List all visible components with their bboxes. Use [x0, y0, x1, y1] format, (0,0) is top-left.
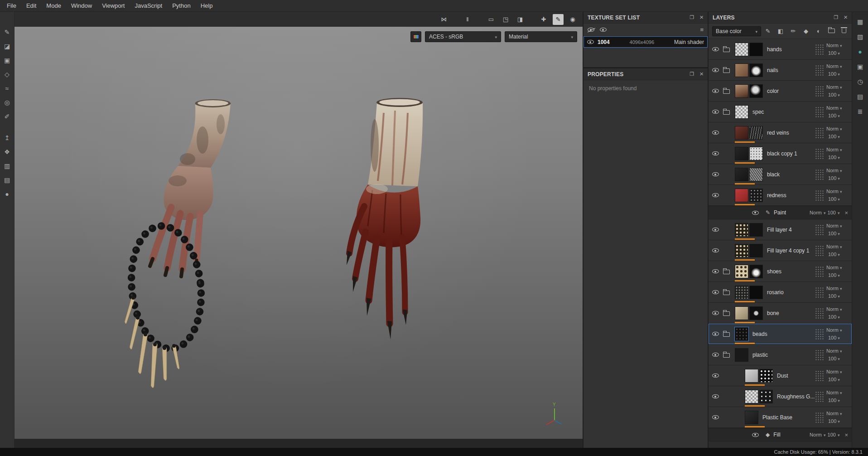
layer-thumbnail[interactable]: [749, 189, 763, 202]
blend-mode-select[interactable]: Norm: [826, 63, 839, 69]
layer-row-color[interactable]: colorNorm100: [709, 81, 852, 102]
layer-thumbnail[interactable]: [749, 43, 763, 56]
right-hand-model[interactable]: [347, 98, 423, 340]
layer-thumbnail[interactable]: [745, 411, 758, 424]
layer-thumbnail[interactable]: [735, 223, 748, 237]
layer-row-fill[interactable]: ◆FillNorm100: [709, 428, 852, 441]
shading-mode-select[interactable]: Material: [505, 31, 577, 42]
layer-thumbnail[interactable]: [745, 369, 758, 383]
visibility-toggle[interactable]: [712, 110, 723, 114]
add-paint-layer-icon[interactable]: ✎: [764, 27, 772, 35]
layer-thumbnail[interactable]: [749, 265, 763, 278]
post-effects-icon[interactable]: ✚: [538, 14, 549, 25]
blend-mode-select[interactable]: Norm: [826, 147, 839, 152]
opacity-select[interactable]: 100: [828, 252, 836, 257]
texture-set-list-panel-icon[interactable]: ▦: [855, 16, 866, 27]
visibility-toggle[interactable]: [712, 68, 723, 72]
layer-thumbnail[interactable]: [735, 286, 748, 299]
layer-thumbnail[interactable]: [735, 306, 748, 320]
blend-mode-select[interactable]: Norm: [826, 286, 839, 291]
blend-mode-select[interactable]: Norm: [826, 306, 839, 312]
layer-thumbnail[interactable]: [735, 265, 748, 278]
visibility-toggle[interactable]: [712, 131, 723, 135]
layer-row-roughness-g[interactable]: Roughness G...Norm100: [709, 386, 852, 407]
color-profile-icon[interactable]: [410, 31, 421, 42]
layer-thumbnail[interactable]: [745, 390, 758, 403]
show-all-eye-icon[interactable]: [600, 28, 607, 32]
layer-thumbnail[interactable]: [735, 348, 748, 362]
instances-icon[interactable]: ❖: [2, 147, 12, 157]
blend-mode-select[interactable]: Norm: [826, 105, 839, 111]
visibility-toggle[interactable]: [712, 47, 723, 51]
layer-thumbnail[interactable]: [735, 43, 748, 56]
visibility-toggle[interactable]: [712, 353, 723, 357]
visibility-toggle[interactable]: [712, 269, 723, 273]
layer-thumbnail[interactable]: [759, 390, 773, 403]
layer-thumbnail[interactable]: [749, 84, 763, 98]
layer-thumbnail[interactable]: [749, 147, 763, 160]
menu-viewport[interactable]: Viewport: [97, 0, 130, 11]
blend-mode-select[interactable]: Norm: [826, 84, 839, 90]
bone-pendants[interactable]: [125, 296, 179, 388]
blend-mode-select[interactable]: Norm: [810, 432, 822, 437]
filter-icon[interactable]: ≡: [700, 26, 704, 33]
opacity-select[interactable]: 100: [828, 335, 836, 340]
texture-set-row[interactable]: 1004 4096x4096 Main shader: [583, 36, 708, 48]
layer-thumbnail[interactable]: [749, 63, 763, 77]
paint-mode-icon[interactable]: ✎: [553, 14, 564, 25]
blend-mode-select[interactable]: Norm: [826, 223, 839, 228]
layer-thumbnail[interactable]: [735, 105, 748, 119]
visibility-toggle[interactable]: [712, 394, 723, 398]
folder-icon[interactable]: [723, 353, 730, 358]
delete-layer-icon[interactable]: [840, 27, 848, 35]
visibility-toggle[interactable]: [712, 311, 723, 315]
layer-row-red-veins[interactable]: red veinsNorm100: [709, 122, 852, 143]
opacity-select[interactable]: 100: [828, 272, 836, 278]
opacity-select[interactable]: 100: [828, 50, 836, 56]
blend-mode-select[interactable]: Norm: [826, 411, 839, 416]
layer-row-plastic-base[interactable]: Plastic BaseNorm100: [709, 407, 852, 428]
menu-help[interactable]: Help: [196, 0, 218, 11]
folder-icon[interactable]: [723, 48, 730, 52]
paint-tool-icon[interactable]: ✎: [2, 27, 12, 37]
layer-thumbnail[interactable]: [749, 286, 763, 299]
folder-icon[interactable]: [723, 68, 730, 73]
blend-mode-select[interactable]: Norm: [826, 189, 839, 194]
folder-icon[interactable]: [723, 291, 730, 295]
layer-thumbnail[interactable]: [735, 147, 748, 160]
visibility-toggle[interactable]: [712, 151, 723, 155]
layer-thumbnail[interactable]: [759, 369, 773, 383]
opacity-select[interactable]: 100: [828, 314, 836, 320]
blend-mode-select[interactable]: Norm: [826, 348, 839, 354]
layer-thumbnail[interactable]: [735, 327, 748, 341]
layer-row-black-copy-1[interactable]: black copy 1Norm100: [709, 143, 852, 164]
sphere-view-icon[interactable]: ●: [2, 189, 12, 199]
opacity-select[interactable]: 100: [828, 377, 836, 382]
visibility-toggle[interactable]: [712, 228, 723, 232]
layer-row-paint[interactable]: ✎PaintNorm100: [709, 206, 852, 219]
undock-icon[interactable]: [690, 71, 694, 77]
projection-tool-icon[interactable]: ▣: [2, 55, 12, 65]
menu-javascript[interactable]: JavaScript: [130, 0, 167, 11]
symmetry-icon[interactable]: ⋈: [439, 14, 449, 25]
opacity-select[interactable]: 100: [828, 175, 836, 181]
opacity-select[interactable]: 100: [828, 155, 836, 160]
close-icon[interactable]: [699, 15, 704, 20]
menu-edit[interactable]: Edit: [21, 0, 41, 11]
add-mask-icon[interactable]: ◐: [815, 27, 823, 35]
geometry-mask-icon[interactable]: ▥: [2, 161, 12, 171]
opacity-select[interactable]: 100: [828, 418, 836, 424]
visibility-toggle[interactable]: [712, 290, 723, 294]
opacity-select[interactable]: 100: [828, 113, 836, 118]
layer-thumbnail[interactable]: [735, 189, 748, 202]
properties-panel-icon[interactable]: ≣: [855, 106, 866, 117]
layer-thumbnail[interactable]: [735, 63, 748, 77]
opacity-select[interactable]: 100: [828, 293, 836, 299]
history-panel-icon[interactable]: ◷: [855, 76, 866, 87]
visibility-toggle[interactable]: [712, 172, 723, 176]
blend-mode-select[interactable]: Norm: [826, 390, 839, 395]
visibility-toggle[interactable]: [712, 415, 723, 419]
view-2d-icon[interactable]: ▭: [486, 14, 497, 25]
layer-row-spec[interactable]: specNorm100: [709, 102, 852, 122]
clone-tool-icon[interactable]: ◎: [2, 97, 12, 107]
